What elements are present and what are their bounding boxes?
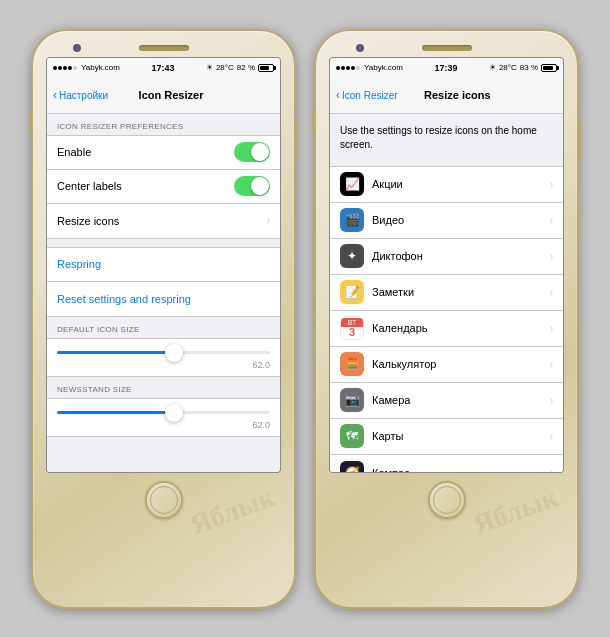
enable-label: Enable <box>57 146 234 158</box>
app-item-calendar[interactable]: ВТ 3 Календарь › <box>330 311 563 347</box>
slider-fill-1 <box>57 351 174 354</box>
front-camera-icon <box>73 44 81 52</box>
power-button <box>294 121 298 161</box>
app-icon-calendar: ВТ 3 <box>340 316 364 340</box>
back-label-left: Настройки <box>59 90 108 101</box>
list-item-center: Center labels <box>47 170 280 204</box>
time-left: 17:43 <box>151 63 174 73</box>
app-icon-maps: 🗺 <box>340 424 364 448</box>
app-item-akcii[interactable]: 📈 Акции › <box>330 167 563 203</box>
status-bar-right: Yabyk.com 17:39 ☀ 28°C 83 % <box>330 58 563 78</box>
screen-right: Yabyk.com 17:39 ☀ 28°C 83 % ‹ Icon R <box>329 57 564 473</box>
respring-link[interactable]: Respring <box>47 248 280 282</box>
app-name-compass: Компас <box>372 467 550 472</box>
app-icon-compass: 🧭 <box>340 461 364 472</box>
slider-thumb-1[interactable] <box>165 344 183 362</box>
nav-bar-right: ‹ Icon Resizer Resize icons <box>330 78 563 114</box>
watermark-right: Яблык <box>469 481 562 541</box>
reset-link[interactable]: Reset settings and respring <box>47 282 280 316</box>
volume-button-right <box>312 111 316 133</box>
slider-track-2 <box>57 411 270 414</box>
speaker <box>139 45 189 51</box>
back-label-right: Icon Resizer <box>342 90 398 101</box>
app-chevron-6: › <box>550 395 553 406</box>
phone-right: Yabyk.com 17:39 ☀ 28°C 83 % ‹ Icon R <box>314 29 579 609</box>
home-button-area-left <box>145 481 183 519</box>
slider-fill-2 <box>57 411 174 414</box>
nav-bar-left: ‹ Настройки Icon Resizer <box>47 78 280 114</box>
default-size-slider[interactable]: 62.0 <box>47 338 280 377</box>
list-item-enable: Enable <box>47 136 280 170</box>
app-item-maps[interactable]: 🗺 Карты › <box>330 419 563 455</box>
section-header-default: DEFAULT ICON SIZE <box>47 317 280 338</box>
app-icon-zametki: 📝 <box>340 280 364 304</box>
carrier-right: Yabyk.com <box>364 63 403 72</box>
watermark-left: Яблык <box>186 481 279 541</box>
reset-label: Reset settings and respring <box>57 293 191 305</box>
status-right-right: ☀ 28°C 83 % <box>489 63 557 72</box>
battery-fill-left <box>260 66 269 70</box>
app-icon-camera: 📷 <box>340 388 364 412</box>
enable-toggle[interactable] <box>234 142 270 162</box>
app-item-camera[interactable]: 📷 Камера › <box>330 383 563 419</box>
info-text: Use the settings to resize icons on the … <box>330 114 563 166</box>
app-name-calendar: Календарь <box>372 322 550 334</box>
status-bar-left: Yabyk.com 17:43 ☀ 28°C 82 % <box>47 58 280 78</box>
app-chevron-1: › <box>550 215 553 226</box>
center-toggle[interactable] <box>234 176 270 196</box>
app-item-zametki[interactable]: 📝 Заметки › <box>330 275 563 311</box>
signal-dots-right <box>336 66 360 70</box>
battery-right: 83 % <box>520 63 538 72</box>
home-button-left[interactable] <box>145 481 183 519</box>
prefs-list: Enable Center labels Resize icons › <box>47 135 280 239</box>
app-name-zametki: Заметки <box>372 286 550 298</box>
app-chevron-0: › <box>550 179 553 190</box>
home-button-area-right <box>428 481 466 519</box>
app-list: 📈 Акции › 🎬 Видео › ✦ Диктофон › 📝 Замет… <box>330 166 563 472</box>
slider-thumb-2[interactable] <box>165 404 183 422</box>
section-header-newsstand: NEWSSTAND SIZE <box>47 377 280 398</box>
home-button-right[interactable] <box>428 481 466 519</box>
battery-left: 82 % <box>237 63 255 72</box>
app-name-calculator: Калькулятор <box>372 358 550 370</box>
signal-dots <box>53 66 77 70</box>
volume-button <box>29 111 33 133</box>
nav-title-right: Resize icons <box>418 89 497 101</box>
app-item-compass[interactable]: 🧭 Компас › <box>330 455 563 472</box>
app-chevron-5: › <box>550 359 553 370</box>
app-chevron-4: › <box>550 323 553 334</box>
app-chevron-2: › <box>550 251 553 262</box>
speaker-right <box>422 45 472 51</box>
temp-right: 28°C <box>499 63 517 72</box>
weather-right: ☀ <box>489 63 496 72</box>
app-chevron-3: › <box>550 287 553 298</box>
app-icon-calculator: 🧮 <box>340 352 364 376</box>
app-name-diktofon: Диктофон <box>372 250 550 262</box>
app-name-maps: Карты <box>372 430 550 442</box>
battery-fill-right <box>543 66 553 70</box>
screen-left: Yabyk.com 17:43 ☀ 28°C 82 % ‹ Настро <box>46 57 281 473</box>
newsstand-size-slider[interactable]: 62.0 <box>47 398 280 437</box>
back-button-left[interactable]: ‹ Настройки <box>53 88 108 102</box>
back-button-right[interactable]: ‹ Icon Resizer <box>336 88 398 102</box>
app-item-diktofon[interactable]: ✦ Диктофон › <box>330 239 563 275</box>
list-item-resize[interactable]: Resize icons › <box>47 204 280 238</box>
status-left: Yabyk.com <box>53 63 120 72</box>
app-icon-akcii: 📈 <box>340 172 364 196</box>
screen-content-left: Yabyk.com 17:43 ☀ 28°C 82 % ‹ Настро <box>47 58 280 472</box>
links-list: Respring Reset settings and respring <box>47 247 280 317</box>
app-name-akcii: Акции <box>372 178 550 190</box>
battery-icon-left <box>258 64 274 72</box>
weather-left: ☀ <box>206 63 213 72</box>
resize-chevron: › <box>267 215 270 226</box>
content-left: ICON RESIZER PREFERENCES Enable Center l… <box>47 114 280 472</box>
app-icon-video: 🎬 <box>340 208 364 232</box>
respring-label: Respring <box>57 258 101 270</box>
phone-left: Yabyk.com 17:43 ☀ 28°C 82 % ‹ Настро <box>31 29 296 609</box>
slider-track-1 <box>57 351 270 354</box>
section-header-prefs: ICON RESIZER PREFERENCES <box>47 114 280 135</box>
app-item-video[interactable]: 🎬 Видео › <box>330 203 563 239</box>
status-right-left: ☀ 28°C 82 % <box>206 63 274 72</box>
battery-icon-right <box>541 64 557 72</box>
app-item-calculator[interactable]: 🧮 Калькулятор › <box>330 347 563 383</box>
